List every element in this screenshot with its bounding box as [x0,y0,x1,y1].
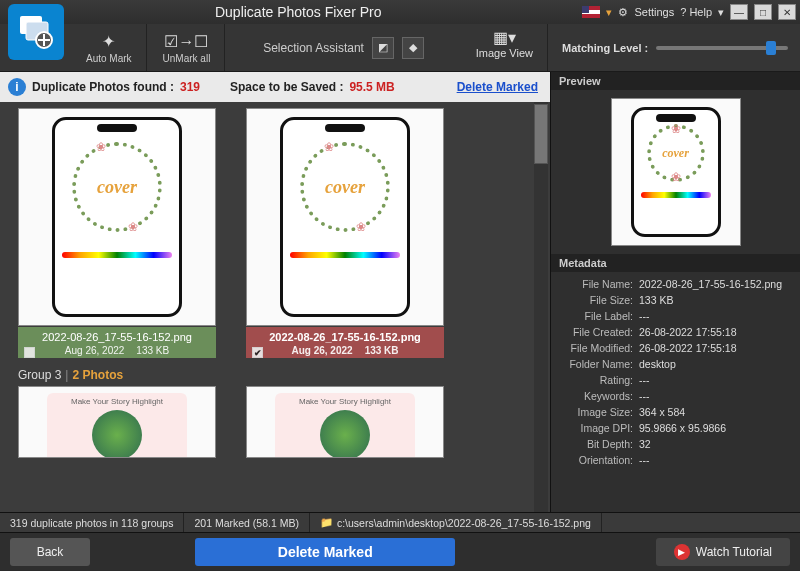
close-button[interactable]: ✕ [778,4,796,20]
app-title: Duplicate Photos Fixer Pro [14,4,582,20]
metadata-row: Orientation:--- [551,452,794,468]
toolbar: ✦ Auto Mark ☑→☐ UnMark all Selection Ass… [0,24,800,72]
metadata-value: 364 x 584 [639,406,685,418]
metadata-key: Bit Depth: [551,438,639,450]
metadata-value: --- [639,454,650,466]
selection-assistant-label: Selection Assistant [263,41,364,55]
metadata-key: File Modified: [551,342,639,354]
metadata-key: Folder Name: [551,358,639,370]
space-label: Space to be Saved : [230,80,343,94]
found-label: Duplicate Photos found : [32,80,174,94]
metadata-key: Keywords: [551,390,639,402]
metadata-row: File Name:2022-08-26_17-55-16-152.png [551,276,794,292]
maximize-button[interactable]: □ [754,4,772,20]
metadata-value: 26-08-2022 17:55:18 [639,342,737,354]
app-logo [8,4,64,60]
group-header: Group 3|2 Photos [18,368,544,382]
metadata-key: Orientation: [551,454,639,466]
folder-icon: 📁 [320,516,333,529]
photo-thumbnail[interactable]: Make Your Story Highlight [246,386,444,458]
selection-tool-1[interactable]: ◩ [372,37,394,59]
photo-date: Aug 26, 2022 [65,345,125,356]
metadata-value: 95.9866 x 95.9866 [639,422,726,434]
photo-size: 133 KB [365,345,399,356]
watch-tutorial-button[interactable]: ▶ Watch Tutorial [656,538,790,566]
metadata-value: 2022-08-26_17-55-16-152.png [639,278,782,290]
space-value: 95.5 MB [349,80,394,94]
matching-level-slider[interactable] [656,46,788,50]
play-icon: ▶ [674,544,690,560]
slider-thumb[interactable] [766,41,776,55]
metadata-value: --- [639,374,650,386]
metadata-value: desktop [639,358,676,370]
metadata-value: 26-08-2022 17:55:18 [639,326,737,338]
metadata-key: Rating: [551,374,639,386]
matching-level-label: Matching Level : [562,42,648,54]
photo-filename: 2022-08-26_17-55-16-152.png [20,331,214,343]
photo-thumbnail[interactable]: Make Your Story Highlight [18,386,216,458]
metadata-row: File Label:--- [551,308,794,324]
metadata-row: Bit Depth:32 [551,436,794,452]
metadata-row: File Modified:26-08-2022 17:55:18 [551,340,794,356]
photo-date: Aug 26, 2022 [291,345,352,356]
metadata-row: File Size:133 KB [551,292,794,308]
metadata-value: 133 KB [639,294,673,306]
grid-icon: ▦▾ [493,28,516,47]
unmark-icon: ☑→☐ [164,32,208,51]
wand-icon: ✦ [102,32,115,51]
unmark-all-button[interactable]: ☑→☐ UnMark all [149,24,226,71]
metadata-row: Folder Name:desktop [551,356,794,372]
info-icon: i [8,78,26,96]
photo-filename: 2022-08-26_17-55-16-152.png [248,331,442,343]
metadata-value: --- [639,310,650,322]
selection-tool-2[interactable]: ◆ [402,37,424,59]
metadata-key: File Created: [551,326,639,338]
image-view-button[interactable]: ▦▾ Image View [462,24,548,71]
metadata-key: File Size: [551,294,639,306]
settings-icon[interactable]: ⚙ [618,6,628,19]
footer: Back Delete Marked ▶ Watch Tutorial [0,532,800,570]
metadata-key: Image Size: [551,406,639,418]
metadata-row: Image DPI:95.9866 x 95.9866 [551,420,794,436]
photo-checkbox[interactable]: ✔ [252,347,263,358]
delete-marked-link[interactable]: Delete Marked [457,80,538,94]
photo-card[interactable]: cover2022-08-26_17-55-16-152.png✔Aug 26,… [246,108,444,358]
settings-link[interactable]: Settings [634,6,674,18]
metadata-header: Metadata [551,254,800,272]
photo-thumbnail[interactable]: cover [246,108,444,326]
preview-header: Preview [551,72,800,90]
photo-caption: 2022-08-26_17-55-16-152.png✔Aug 26, 2022… [246,327,444,358]
flag-icon[interactable] [582,6,600,18]
found-count: 319 [180,80,200,94]
metadata-row: File Created:26-08-2022 17:55:18 [551,324,794,340]
status-path: 📁 c:\users\admin\desktop\2022-08-26_17-5… [310,513,602,532]
minimize-button[interactable]: — [730,4,748,20]
help-dropdown-icon[interactable]: ▾ [718,6,724,19]
metadata-table: File Name:2022-08-26_17-55-16-152.pngFil… [551,272,800,472]
photo-card[interactable]: cover2022-08-26_17-55-16-152.pngAug 26, … [18,108,216,358]
delete-marked-button[interactable]: Delete Marked [195,538,455,566]
photo-size: 133 KB [136,345,169,356]
preview-pane: cover [551,90,800,254]
help-link[interactable]: ? Help [680,6,712,18]
photo-checkbox[interactable] [24,347,35,358]
metadata-key: File Name: [551,278,639,290]
auto-mark-button[interactable]: ✦ Auto Mark [72,24,147,71]
status-marked: 201 Marked (58.1 MB) [184,513,309,532]
photo-caption: 2022-08-26_17-55-16-152.pngAug 26, 20221… [18,327,216,358]
metadata-row: Keywords:--- [551,388,794,404]
metadata-key: Image DPI: [551,422,639,434]
metadata-value: --- [639,390,650,402]
info-bar: i Duplicate Photos found : 319 Space to … [0,72,550,102]
title-bar: Duplicate Photos Fixer Pro ▾ ⚙ Settings … [0,0,800,24]
back-button[interactable]: Back [10,538,90,566]
status-bar: 319 duplicate photos in 118 groups 201 M… [0,512,800,532]
metadata-value: 32 [639,438,651,450]
status-duplicates: 319 duplicate photos in 118 groups [0,513,184,532]
scrollbar-thumb[interactable] [534,104,548,164]
photo-thumbnail[interactable]: cover [18,108,216,326]
metadata-row: Image Size:364 x 584 [551,404,794,420]
metadata-key: File Label: [551,310,639,322]
metadata-row: Rating:--- [551,372,794,388]
lang-dropdown-icon[interactable]: ▾ [606,6,612,19]
